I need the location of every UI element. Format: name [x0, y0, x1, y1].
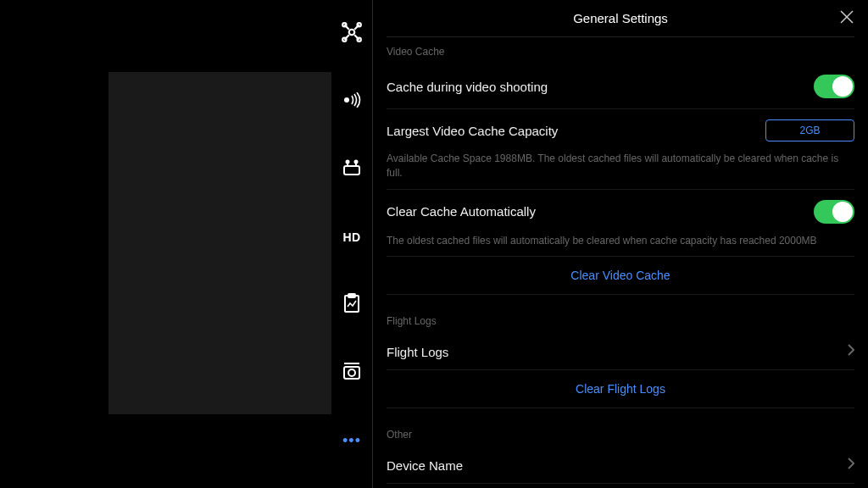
panel-header: General Settings: [387, 0, 854, 37]
toggle-clear-auto[interactable]: [814, 200, 854, 224]
sidebar-item-controller[interactable]: [338, 156, 365, 183]
settings-main-panel: General Settings Video Cache Cache durin…: [373, 0, 868, 488]
row-about[interactable]: About: [387, 484, 854, 488]
row-label: Cache during video shooting: [387, 80, 548, 94]
row-cache-during-shooting: Cache during video shooting: [387, 64, 854, 109]
clear-video-cache-link[interactable]: Clear Video Cache: [387, 257, 854, 295]
background-preview-panel: [108, 72, 331, 414]
clear-auto-description: The oldest cached files will automatical…: [387, 234, 854, 258]
capacity-button[interactable]: 2GB: [765, 119, 854, 141]
panel-title: General Settings: [573, 11, 668, 25]
svg-point-10: [355, 161, 358, 164]
section-label-video-cache: Video Cache: [387, 37, 854, 64]
row-flight-logs[interactable]: Flight Logs: [387, 334, 854, 370]
section-label-other: Other: [387, 420, 854, 447]
clipboard-icon: [342, 293, 361, 317]
camera-icon: [342, 362, 362, 384]
section-label-flight-logs: Flight Logs: [387, 307, 854, 334]
svg-rect-6: [344, 166, 359, 175]
row-label: Largest Video Cache Capacity: [387, 124, 558, 138]
chevron-right-icon: [848, 344, 854, 359]
settings-sidebar: HD •••: [331, 0, 372, 488]
signal-icon: [342, 92, 362, 111]
svg-rect-12: [348, 294, 355, 297]
sidebar-item-general[interactable]: •••: [338, 427, 365, 454]
controller-icon: [342, 158, 362, 181]
row-device-name[interactable]: Device Name: [387, 447, 854, 484]
drone-icon: [341, 21, 363, 47]
row-label: Clear Cache Automatically: [387, 204, 536, 219]
capacity-description: Available Cache Space 1988MB. The oldest…: [387, 152, 854, 190]
svg-point-3: [342, 38, 346, 42]
svg-point-0: [349, 30, 355, 36]
svg-point-2: [358, 23, 361, 26]
row-label: Flight Logs: [387, 345, 448, 359]
close-button[interactable]: [839, 9, 854, 28]
row-label: Device Name: [387, 458, 463, 473]
svg-point-15: [348, 369, 355, 376]
row-largest-capacity: Largest Video Cache Capacity 2GB: [387, 109, 854, 152]
svg-point-5: [344, 97, 349, 103]
row-clear-auto: Clear Cache Automatically: [387, 190, 854, 234]
sidebar-item-hd[interactable]: HD: [338, 224, 365, 251]
sidebar-item-gimbal[interactable]: [338, 359, 365, 386]
svg-point-1: [342, 23, 346, 26]
toggle-cache-shooting[interactable]: [814, 75, 854, 98]
sidebar-item-battery[interactable]: [338, 291, 365, 319]
svg-point-4: [358, 38, 361, 42]
sidebar-item-signal[interactable]: [338, 88, 365, 115]
clear-flight-logs-link[interactable]: Clear Flight Logs: [387, 370, 854, 408]
chevron-right-icon: [848, 458, 854, 473]
more-icon: •••: [342, 432, 361, 450]
sidebar-item-aircraft[interactable]: [338, 20, 365, 47]
hd-icon: HD: [342, 230, 360, 244]
svg-point-9: [347, 161, 349, 164]
